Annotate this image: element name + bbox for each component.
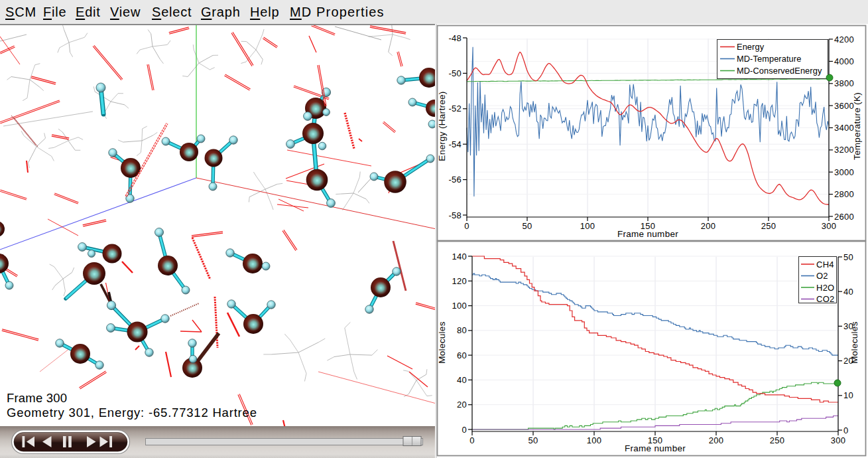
svg-text:100: 100 [587, 435, 601, 445]
svg-text:300: 300 [831, 435, 845, 445]
svg-text:40: 40 [843, 287, 853, 297]
svg-text:4200: 4200 [834, 35, 854, 44]
svg-text:0: 0 [464, 221, 469, 231]
svg-text:250: 250 [770, 435, 784, 445]
svg-text:3200: 3200 [834, 145, 854, 155]
svg-text:Energy: Energy [737, 42, 765, 52]
svg-text:100: 100 [580, 221, 595, 231]
svg-text:3400: 3400 [834, 123, 854, 133]
svg-text:CH4: CH4 [816, 260, 834, 269]
svg-text:20: 20 [457, 400, 467, 410]
svg-text:-50: -50 [448, 68, 462, 78]
svg-text:2600: 2600 [834, 212, 854, 222]
svg-text:0: 0 [843, 425, 848, 435]
svg-text:50: 50 [523, 221, 532, 231]
svg-text:200: 200 [709, 435, 723, 445]
svg-text:4000: 4000 [834, 56, 854, 66]
svg-text:40: 40 [457, 375, 467, 385]
svg-text:50: 50 [528, 435, 538, 445]
svg-text:Temperature (K): Temperature (K) [852, 92, 862, 160]
svg-text:Molecules: Molecules [437, 321, 447, 363]
svg-text:H2O: H2O [816, 283, 834, 293]
svg-text:-54: -54 [448, 139, 462, 149]
svg-text:-48: -48 [448, 33, 462, 43]
svg-text:3000: 3000 [834, 167, 854, 177]
svg-text:0: 0 [462, 425, 467, 435]
svg-text:250: 250 [761, 221, 776, 231]
svg-text:100: 100 [452, 301, 467, 311]
svg-text:Energy (Hartree): Energy (Hartree) [437, 91, 447, 161]
svg-text:60: 60 [457, 350, 467, 360]
svg-text:140: 140 [452, 252, 467, 262]
svg-text:200: 200 [701, 221, 715, 231]
svg-text:-52: -52 [448, 104, 462, 114]
svg-text:Molecules: Molecules [849, 321, 859, 363]
svg-text:50: 50 [843, 252, 853, 262]
svg-text:MD-ConservedEnergy: MD-ConservedEnergy [737, 66, 822, 76]
svg-text:80: 80 [457, 325, 467, 335]
svg-text:-58: -58 [448, 210, 462, 220]
svg-text:O2: O2 [816, 271, 828, 281]
svg-text:Frame number: Frame number [617, 229, 678, 239]
svg-text:-56: -56 [448, 175, 462, 185]
svg-text:2800: 2800 [834, 189, 854, 199]
svg-text:120: 120 [452, 276, 467, 286]
svg-text:3600: 3600 [834, 101, 854, 111]
svg-text:3800: 3800 [834, 78, 854, 88]
svg-text:MD-Temperature: MD-Temperature [737, 54, 801, 64]
svg-text:Frame number: Frame number [625, 443, 686, 453]
svg-text:0: 0 [469, 435, 474, 445]
svg-text:10: 10 [843, 390, 853, 400]
svg-text:CO2: CO2 [816, 294, 834, 304]
svg-text:300: 300 [822, 221, 836, 231]
